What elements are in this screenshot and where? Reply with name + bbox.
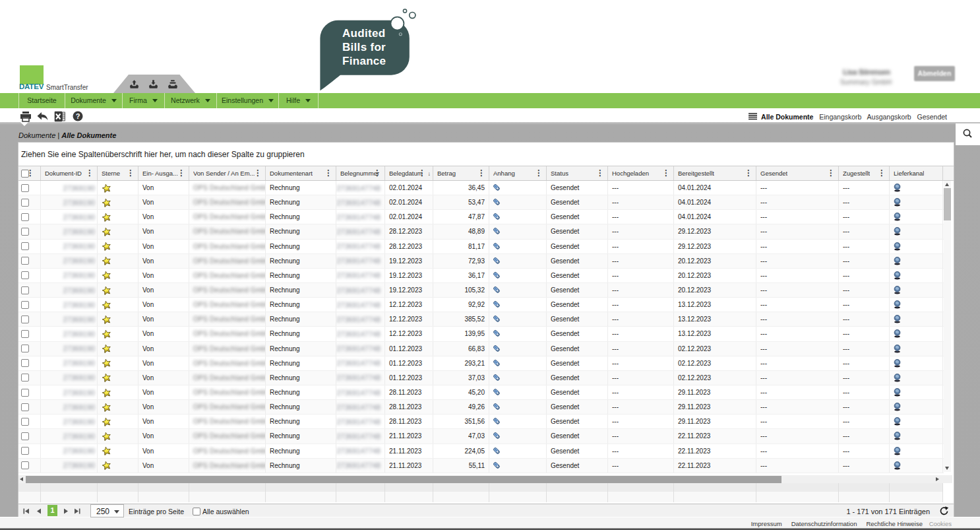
- svg-text:?: ?: [76, 112, 80, 120]
